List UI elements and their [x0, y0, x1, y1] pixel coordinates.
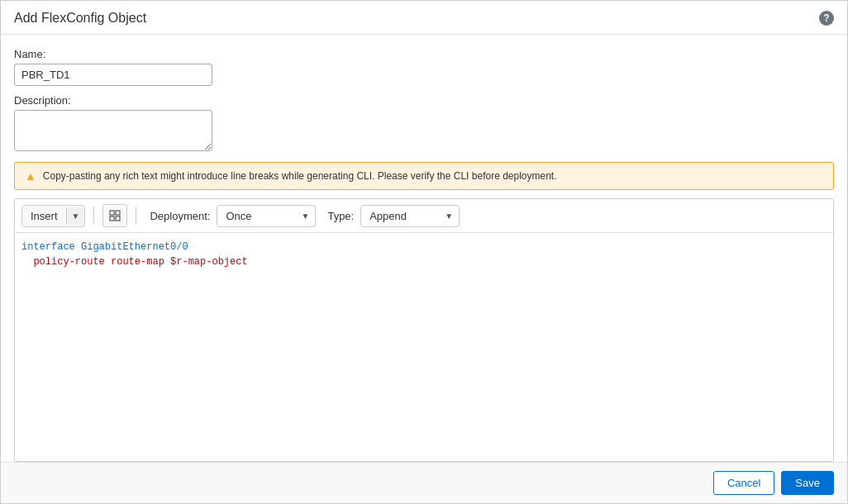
help-icon[interactable]: ?: [819, 11, 834, 26]
dialog-title: Add FlexConfig Object: [14, 11, 146, 26]
warning-icon: ▲: [25, 169, 36, 183]
code-line-2: policy-route route-map $r-map-object: [21, 254, 827, 269]
name-field-group: Name:: [14, 48, 834, 86]
dialog-body: Name: Description: ▲ Copy-pasting any ri…: [1, 35, 847, 462]
description-label: Description:: [14, 94, 834, 107]
cancel-button[interactable]: Cancel: [713, 471, 774, 495]
add-flexconfig-dialog: Add FlexConfig Object ? Name: Descriptio…: [0, 0, 848, 504]
dialog-header: Add FlexConfig Object ?: [1, 1, 847, 35]
type-select[interactable]: Append Prepend: [360, 205, 460, 227]
type-select-wrapper: Append Prepend ▼: [360, 205, 460, 227]
svg-rect-3: [116, 216, 120, 221]
deployment-select-wrapper: Once Everytime ▼: [217, 205, 316, 227]
grid-icon: [109, 210, 121, 221]
toolbar-separator-2: [136, 207, 136, 225]
grid-icon-button[interactable]: [102, 204, 127, 227]
warning-text: Copy-pasting any rich text might introdu…: [43, 170, 557, 182]
code-text-2: policy-route route-map $r-map-object: [21, 256, 248, 268]
dialog-footer: Cancel Save: [1, 462, 847, 503]
code-editor[interactable]: interface GigabitEthernet0/0 policy-rout…: [15, 233, 833, 461]
save-button[interactable]: Save: [781, 471, 834, 495]
deployment-select[interactable]: Once Everytime: [217, 205, 316, 227]
toolbar-separator-1: [93, 207, 94, 225]
svg-rect-2: [110, 216, 114, 221]
svg-rect-0: [110, 211, 114, 215]
insert-button[interactable]: Insert ▼: [21, 205, 85, 227]
insert-dropdown-arrow[interactable]: ▼: [66, 207, 85, 225]
deployment-label: Deployment:: [150, 210, 210, 222]
editor-toolbar: Insert ▼ Deployment:: [15, 199, 833, 233]
description-field-group: Description:: [14, 94, 834, 154]
name-input[interactable]: [14, 64, 212, 86]
insert-button-label[interactable]: Insert: [22, 206, 66, 226]
warning-banner: ▲ Copy-pasting any rich text might intro…: [14, 162, 834, 190]
editor-container: Insert ▼ Deployment:: [14, 198, 834, 462]
code-line-1: interface GigabitEthernet0/0: [21, 240, 827, 254]
type-label: Type:: [327, 210, 354, 222]
description-input[interactable]: [14, 110, 212, 151]
svg-rect-1: [116, 211, 120, 215]
name-label: Name:: [14, 48, 834, 60]
code-text-1: interface GigabitEthernet0/0: [21, 241, 188, 253]
